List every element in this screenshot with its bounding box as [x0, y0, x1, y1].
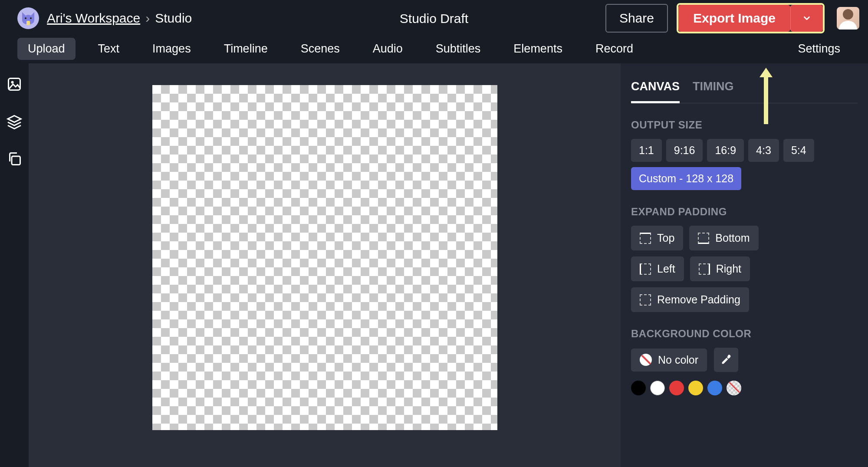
- workspace-link[interactable]: Ari's Workspace: [47, 11, 140, 26]
- color-picker-button[interactable]: [714, 348, 738, 372]
- ratio-4-3[interactable]: 4:3: [748, 139, 779, 162]
- export-button-group: Export Image: [677, 3, 825, 33]
- chevron-down-icon: [802, 13, 812, 23]
- tab-canvas[interactable]: CANVAS: [631, 75, 680, 103]
- document-title[interactable]: Studio Draft: [400, 11, 468, 26]
- swatch-blue[interactable]: [707, 381, 722, 395]
- top-bar: Ari's Workspace › Studio Studio Draft Sh…: [0, 0, 868, 35]
- pad-bottom-icon: [698, 233, 709, 244]
- background-color-title: BACKGROUND COLOR: [631, 328, 858, 340]
- no-color-button[interactable]: No color: [631, 349, 707, 372]
- pad-remove-label: Remove Padding: [657, 293, 740, 306]
- app-logo[interactable]: [17, 7, 39, 29]
- pad-right-button[interactable]: Right: [690, 257, 750, 281]
- pad-top-icon: [640, 233, 651, 244]
- ratio-16-9[interactable]: 16:9: [707, 139, 744, 162]
- pad-remove-icon: [640, 294, 651, 306]
- pad-top-label: Top: [657, 232, 674, 244]
- breadcrumb-current: Studio: [155, 11, 192, 26]
- image-icon[interactable]: [7, 76, 22, 92]
- menu-scenes[interactable]: Scenes: [290, 38, 350, 60]
- pad-right-icon: [699, 263, 710, 275]
- svg-point-0: [25, 17, 26, 19]
- menu-upload[interactable]: Upload: [17, 38, 76, 60]
- ratio-custom[interactable]: Custom - 128 x 128: [631, 167, 741, 190]
- svg-point-4: [11, 81, 14, 84]
- no-color-label: No color: [658, 354, 698, 366]
- copy-icon[interactable]: [7, 151, 22, 167]
- workspace: CANVAS TIMING OUTPUT SIZE 1:1 9:16 16:9 …: [0, 63, 868, 467]
- menu-elements[interactable]: Elements: [503, 38, 573, 60]
- canvas[interactable]: [152, 85, 497, 430]
- output-size-title: OUTPUT SIZE: [631, 119, 858, 131]
- pad-left-label: Left: [657, 263, 675, 275]
- breadcrumb-separator: ›: [145, 11, 150, 26]
- menu-timeline[interactable]: Timeline: [214, 38, 278, 60]
- pad-left-button[interactable]: Left: [631, 257, 684, 281]
- swatch-none[interactable]: [727, 381, 741, 395]
- menu-record[interactable]: Record: [585, 38, 644, 60]
- aspect-ratio-row: 1:1 9:16 16:9 4:3 5:4: [631, 139, 858, 162]
- breadcrumb: Ari's Workspace › Studio: [47, 11, 192, 26]
- pad-bottom-button[interactable]: Bottom: [689, 226, 758, 250]
- side-tabs: CANVAS TIMING: [631, 70, 858, 103]
- pad-right-label: Right: [716, 263, 741, 275]
- svg-rect-2: [26, 21, 30, 25]
- swatch-white[interactable]: [650, 381, 665, 395]
- menu-bar: Upload Text Images Timeline Scenes Audio…: [0, 35, 868, 63]
- swatch-yellow[interactable]: [688, 381, 703, 395]
- swatch-black[interactable]: [631, 381, 646, 395]
- menu-subtitles[interactable]: Subtitles: [425, 38, 491, 60]
- ratio-5-4[interactable]: 5:4: [783, 139, 814, 162]
- pad-remove-button[interactable]: Remove Padding: [631, 287, 749, 312]
- swatch-red[interactable]: [669, 381, 684, 395]
- no-color-icon: [640, 354, 652, 366]
- menu-text[interactable]: Text: [88, 38, 130, 60]
- pad-top-button[interactable]: Top: [631, 226, 683, 250]
- left-toolbar: [0, 63, 29, 467]
- pad-left-icon: [640, 263, 651, 275]
- pad-bottom-label: Bottom: [715, 232, 750, 244]
- menu-images[interactable]: Images: [142, 38, 201, 60]
- layers-icon[interactable]: [7, 114, 22, 129]
- tab-timing[interactable]: TIMING: [693, 75, 734, 103]
- svg-point-1: [30, 17, 32, 19]
- ratio-9-16[interactable]: 9:16: [666, 139, 703, 162]
- side-panel: CANVAS TIMING OUTPUT SIZE 1:1 9:16 16:9 …: [621, 63, 868, 467]
- share-button[interactable]: Share: [605, 4, 668, 33]
- export-dropdown-button[interactable]: [790, 5, 823, 32]
- expand-padding-title: EXPAND PADDING: [631, 206, 858, 218]
- canvas-area: [29, 63, 621, 467]
- ratio-1-1[interactable]: 1:1: [631, 139, 662, 162]
- user-avatar[interactable]: [837, 7, 859, 30]
- menu-settings[interactable]: Settings: [787, 38, 851, 60]
- menu-audio[interactable]: Audio: [362, 38, 413, 60]
- eyedropper-icon: [720, 354, 732, 366]
- export-image-button[interactable]: Export Image: [678, 5, 790, 32]
- color-swatches: [631, 381, 858, 395]
- svg-rect-5: [12, 156, 20, 165]
- top-right-controls: Share Export Image: [605, 3, 859, 33]
- cat-logo-icon: [20, 10, 37, 27]
